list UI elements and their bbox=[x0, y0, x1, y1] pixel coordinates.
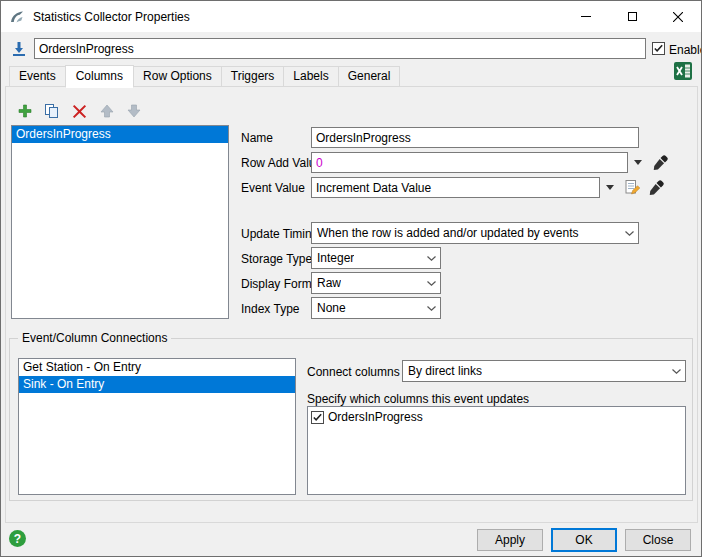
column-list-item[interactable]: OrdersInProgress bbox=[12, 126, 228, 143]
statistics-collector-properties-dialog: Statistics Collector Properties Enabled … bbox=[0, 0, 702, 557]
event-value-input[interactable] bbox=[311, 177, 600, 198]
update-timing-label: Update Timing bbox=[241, 227, 318, 241]
display-format-value: Raw bbox=[317, 276, 341, 290]
eyedropper-icon bbox=[653, 155, 668, 170]
arrow-down-icon bbox=[127, 104, 141, 118]
excel-export-button[interactable] bbox=[673, 61, 693, 81]
update-timing-value: When the row is added and/or updated by … bbox=[317, 226, 579, 240]
window-title: Statistics Collector Properties bbox=[33, 10, 190, 24]
enabled-checkbox[interactable] bbox=[652, 42, 665, 55]
minimize-icon bbox=[581, 16, 591, 17]
event-value-dropdown-button[interactable] bbox=[602, 177, 618, 198]
apply-button[interactable]: Apply bbox=[477, 529, 543, 551]
ok-button[interactable]: OK bbox=[551, 528, 617, 552]
maximize-icon bbox=[628, 12, 637, 21]
update-columns-listbox: OrdersInProgress bbox=[307, 406, 686, 495]
event-column-connections-group: Event/Column Connections Get Station - O… bbox=[9, 338, 693, 501]
move-down-button[interactable] bbox=[122, 100, 146, 122]
question-mark-icon: ? bbox=[14, 532, 21, 546]
update-column-item[interactable]: OrdersInProgress bbox=[308, 407, 685, 424]
storage-type-combobox[interactable]: Integer bbox=[311, 247, 441, 269]
collector-name-input[interactable] bbox=[34, 38, 646, 59]
delete-column-button[interactable] bbox=[67, 100, 91, 122]
close-button[interactable] bbox=[655, 1, 701, 32]
move-up-button[interactable] bbox=[95, 100, 119, 122]
storage-type-label: Storage Type bbox=[241, 252, 312, 266]
check-icon bbox=[312, 412, 323, 423]
edit-properties-button[interactable] bbox=[622, 177, 641, 196]
index-type-label: Index Type bbox=[241, 302, 300, 316]
row-add-value-input[interactable] bbox=[311, 152, 628, 173]
tab-columns[interactable]: Columns bbox=[65, 65, 134, 88]
object-name-icon bbox=[11, 41, 27, 57]
update-timing-combobox[interactable]: When the row is added and/or updated by … bbox=[311, 222, 639, 244]
index-type-combobox[interactable]: None bbox=[311, 297, 441, 319]
copy-icon bbox=[44, 103, 60, 119]
connect-columns-combobox[interactable]: By direct links bbox=[402, 360, 686, 382]
connect-columns-label: Connect columns bbox=[307, 365, 400, 379]
chevron-down-icon bbox=[672, 369, 681, 374]
object-name-icon-button[interactable] bbox=[8, 38, 30, 60]
tab-labels[interactable]: Labels bbox=[283, 66, 338, 87]
chevron-down-icon bbox=[427, 256, 436, 261]
tab-triggers[interactable]: Triggers bbox=[221, 66, 285, 87]
row-add-value-label: Row Add Value bbox=[241, 156, 322, 170]
help-button[interactable]: ? bbox=[9, 530, 26, 547]
event-connection-item[interactable]: Get Station - On Entry bbox=[19, 359, 295, 376]
minimize-button[interactable] bbox=[563, 1, 609, 32]
column-name-input[interactable] bbox=[311, 127, 639, 148]
arrow-up-icon bbox=[100, 104, 114, 118]
event-connections-listbox: Get Station - On Entry Sink - On Entry bbox=[18, 358, 296, 495]
titlebar: Statistics Collector Properties bbox=[1, 1, 701, 32]
copy-column-button[interactable] bbox=[40, 100, 64, 122]
flexsim-app-icon bbox=[9, 9, 25, 25]
index-type-value: None bbox=[317, 301, 346, 315]
name-label: Name bbox=[241, 131, 273, 145]
maximize-button[interactable] bbox=[609, 1, 655, 32]
display-format-label: Display Format bbox=[241, 277, 322, 291]
event-value-label: Event Value bbox=[241, 181, 305, 195]
group-title: Event/Column Connections bbox=[18, 331, 171, 346]
specify-columns-label: Specify which columns this event updates bbox=[307, 392, 529, 406]
tab-events[interactable]: Events bbox=[9, 66, 66, 87]
caption-buttons bbox=[563, 1, 701, 32]
edit-properties-icon bbox=[624, 179, 640, 195]
display-format-combobox[interactable]: Raw bbox=[311, 272, 441, 294]
tab-row-options[interactable]: Row Options bbox=[133, 66, 222, 87]
chevron-down-icon bbox=[427, 281, 436, 286]
event-value-sampler-button[interactable] bbox=[647, 178, 665, 196]
chevron-down-icon bbox=[625, 231, 634, 236]
connect-columns-value: By direct links bbox=[408, 364, 482, 378]
eyedropper-icon bbox=[649, 180, 664, 195]
event-connection-item-selected[interactable]: Sink - On Entry bbox=[19, 376, 295, 393]
columns-listbox: OrdersInProgress bbox=[11, 125, 229, 319]
delete-x-icon bbox=[72, 104, 87, 119]
chevron-down-icon bbox=[427, 306, 436, 311]
row-add-value-dropdown-button[interactable] bbox=[630, 152, 646, 173]
add-column-button[interactable] bbox=[13, 100, 37, 122]
enabled-label: Enabled bbox=[669, 43, 702, 57]
tab-general[interactable]: General bbox=[338, 66, 401, 87]
plus-icon bbox=[17, 103, 33, 119]
excel-icon bbox=[674, 62, 692, 80]
tab-bar: Events Columns Row Options Triggers Labe… bbox=[9, 65, 400, 87]
close-icon bbox=[673, 12, 683, 22]
update-column-checkbox[interactable] bbox=[311, 411, 324, 424]
row-add-sampler-button[interactable] bbox=[651, 153, 669, 171]
close-button-footer[interactable]: Close bbox=[625, 529, 691, 551]
dropdown-arrow-icon bbox=[634, 160, 642, 165]
storage-type-value: Integer bbox=[317, 251, 354, 265]
dropdown-arrow-icon bbox=[606, 185, 614, 190]
check-icon bbox=[653, 43, 664, 54]
update-column-label: OrdersInProgress bbox=[328, 410, 423, 424]
